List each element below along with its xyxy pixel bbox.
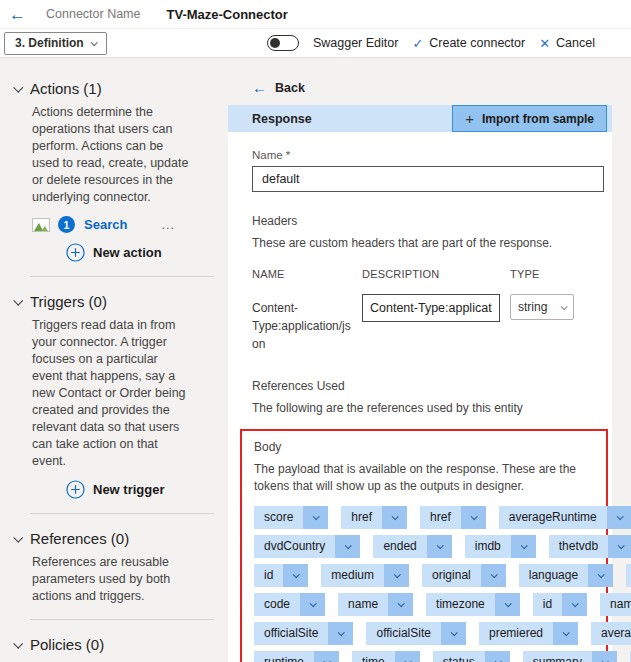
swagger-editor-toggle[interactable] (267, 35, 299, 51)
body-token-dropdown[interactable] (553, 622, 578, 645)
chevron-down-icon (598, 571, 605, 578)
triggers-title: Triggers (0) (30, 293, 107, 310)
action-more-button[interactable]: ... (161, 217, 175, 232)
body-token-dropdown[interactable] (427, 535, 452, 558)
body-token-dropdown[interactable] (608, 535, 631, 558)
body-token-dropdown[interactable] (441, 622, 466, 645)
body-token-chip[interactable]: name (600, 593, 631, 616)
sidebar-section-actions[interactable]: Actions (1) (14, 80, 228, 97)
name-input[interactable] (252, 166, 604, 192)
headers-subtitle: These are custom headers that are part o… (252, 236, 612, 250)
body-token-dropdown[interactable] (592, 651, 617, 662)
import-from-sample-button[interactable]: + Import from sample (452, 105, 607, 132)
body-highlight-box: Body The payload that is available on th… (240, 429, 608, 662)
new-action-label: New action (93, 245, 162, 260)
new-action-button[interactable]: New action (66, 243, 228, 262)
body-token-dropdown[interactable] (485, 651, 510, 662)
body-token-chip[interactable]: timezone (426, 593, 520, 616)
body-token-chip[interactable]: average (591, 622, 631, 645)
chevron-down-icon (313, 513, 320, 520)
body-token-dropdown[interactable] (283, 564, 308, 587)
body-token-chip[interactable]: name (626, 564, 631, 587)
type-select-value: string (518, 300, 553, 314)
body-token-dropdown[interactable] (303, 506, 328, 529)
sidebar-section-references[interactable]: References (0) (14, 530, 228, 547)
body-token-dropdown[interactable] (607, 506, 631, 529)
body-token-dropdown[interactable] (300, 593, 325, 616)
body-token-dropdown[interactable] (384, 564, 409, 587)
body-token-chip[interactable]: officialSite (254, 622, 353, 645)
body-token-chip[interactable]: ended (373, 535, 451, 558)
body-token-chip[interactable]: time (352, 651, 420, 662)
body-token-chip[interactable]: language (519, 564, 613, 587)
body-token-chip[interactable]: averageRuntime (499, 506, 631, 529)
body-token-dropdown[interactable] (335, 535, 360, 558)
body-token-chip[interactable]: name (338, 593, 413, 616)
toolbar: 3. Definition Swagger Editor ✓ Create co… (0, 29, 631, 58)
back-label: Back (275, 81, 305, 95)
body-token-dropdown[interactable] (511, 535, 536, 558)
divider (30, 619, 214, 620)
back-arrow-icon[interactable]: ← (9, 6, 26, 23)
action-item-search[interactable]: 1 Search ... (32, 216, 228, 233)
body-token-chip[interactable]: href (341, 506, 407, 529)
body-token-chip[interactable]: dvdCountry (254, 535, 360, 558)
plus-circle-icon (66, 480, 85, 499)
back-link[interactable]: ← Back (228, 58, 612, 105)
broken-image-icon (32, 218, 50, 232)
body-token-chip[interactable]: premiered (479, 622, 578, 645)
body-token-chip[interactable]: status (433, 651, 510, 662)
chevron-down-icon (392, 513, 399, 520)
response-card: Response + Import from sample Name * Hea… (228, 105, 612, 662)
header-type-select[interactable]: string (510, 294, 574, 320)
body-token-dropdown[interactable] (328, 622, 353, 645)
chevron-down-icon (13, 83, 23, 93)
body-token-chip[interactable]: runtime (254, 651, 339, 662)
body-token-dropdown[interactable] (495, 593, 520, 616)
body-token-chip[interactable]: imdb (465, 535, 536, 558)
body-token-chip[interactable]: score (254, 506, 328, 529)
header-description-input[interactable] (362, 294, 500, 322)
definition-step-dropdown[interactable]: 3. Definition (4, 32, 107, 55)
create-connector-label: Create connector (429, 36, 525, 50)
create-connector-button[interactable]: ✓ Create connector (412, 36, 525, 50)
body-token-chip[interactable]: id (533, 593, 587, 616)
chevron-down-icon (561, 303, 568, 310)
body-token-chip[interactable]: medium (321, 564, 409, 587)
body-token-label: id (533, 593, 562, 616)
new-trigger-label: New trigger (93, 482, 165, 497)
body-token-dropdown[interactable] (562, 593, 587, 616)
body-title: Body (254, 440, 594, 454)
chevron-down-icon (602, 658, 609, 662)
action-count-badge: 1 (58, 216, 75, 233)
body-token-dropdown[interactable] (395, 651, 420, 662)
new-trigger-button[interactable]: New trigger (66, 480, 228, 499)
sidebar-section-policies[interactable]: Policies (0) (14, 636, 228, 653)
body-token-chip[interactable]: href (420, 506, 486, 529)
chevron-down-icon (504, 600, 511, 607)
body-token-chip[interactable]: summary (523, 651, 617, 662)
body-token-dropdown[interactable] (588, 564, 613, 587)
body-token-chip[interactable]: id (254, 564, 308, 587)
body-token-row: idmediumoriginallanguagename (254, 564, 594, 587)
body-token-dropdown[interactable] (314, 651, 339, 662)
body-token-dropdown[interactable] (382, 506, 407, 529)
name-field-label: Name * (252, 149, 612, 161)
chevron-down-icon (404, 658, 411, 662)
header-name-cell: Content-Type:application/json (252, 294, 356, 353)
body-token-dropdown[interactable] (461, 506, 486, 529)
body-token-chip[interactable]: thetvdb (549, 535, 631, 558)
actions-description: Actions determine the operations that us… (32, 104, 190, 206)
body-token-chip[interactable]: code (254, 593, 325, 616)
toggle-knob (270, 38, 280, 48)
top-bar: ← Connector Name TV-Maze-Connector (0, 0, 631, 29)
body-token-label: code (254, 593, 300, 616)
body-token-dropdown[interactable] (388, 593, 413, 616)
main-panel: ← Back Response + Import from sample Nam… (228, 58, 612, 662)
body-token-chip[interactable]: officialSite (366, 622, 465, 645)
connector-name-label: Connector Name (46, 7, 141, 21)
cancel-button[interactable]: ✕ Cancel (539, 36, 595, 50)
body-token-dropdown[interactable] (481, 564, 506, 587)
body-token-chip[interactable]: original (422, 564, 506, 587)
sidebar-section-triggers[interactable]: Triggers (0) (14, 293, 228, 310)
